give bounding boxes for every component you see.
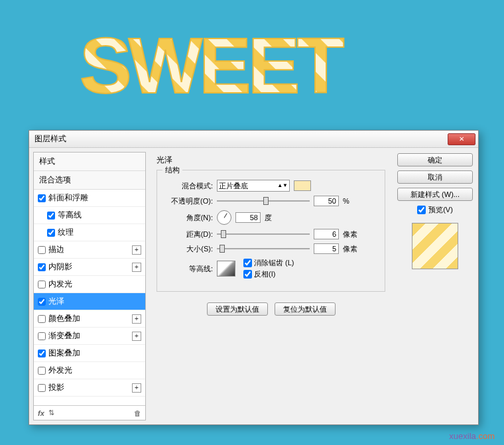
plus-icon[interactable]: + — [132, 314, 141, 324]
checkbox-color-overlay[interactable] — [38, 315, 46, 323]
checkbox-bevel[interactable] — [38, 194, 46, 202]
style-label: 光泽 — [48, 296, 64, 307]
plus-icon[interactable]: + — [132, 332, 141, 341]
set-default-button[interactable]: 设置为默认值 — [207, 302, 268, 316]
checkbox-pattern-overlay[interactable] — [38, 350, 46, 357]
candy-text-artwork: SWEET — [80, 23, 424, 109]
style-label: 斜面和浮雕 — [48, 192, 88, 204]
style-label: 外发光 — [48, 365, 72, 376]
styles-header[interactable]: 样式 — [34, 153, 145, 171]
preview-swatch — [412, 223, 458, 269]
distance-input[interactable] — [314, 229, 339, 239]
fx-icon[interactable]: fx — [38, 409, 44, 417]
angle-unit: 度 — [265, 213, 272, 223]
size-label: 大小(S): — [164, 244, 213, 254]
distance-slider[interactable] — [217, 229, 310, 239]
invert-checkbox[interactable] — [243, 270, 252, 279]
new-style-button[interactable]: 新建样式 (W)... — [397, 188, 473, 201]
close-icon: ✕ — [459, 135, 464, 143]
style-item-inner-shadow[interactable]: 内阴影 + — [34, 259, 145, 276]
style-item-gradient-overlay[interactable]: 渐变叠加 + — [34, 328, 145, 345]
action-panel: 确定 取消 新建样式 (W)... 预览(V) — [396, 152, 474, 420]
contour-picker[interactable] — [217, 261, 235, 277]
panel-title: 光泽 — [157, 155, 385, 166]
svg-text:SWEET: SWEET — [80, 23, 344, 109]
style-item-stroke[interactable]: 描边 + — [34, 241, 145, 259]
structure-group: 结构 混合模式: 正片叠底 ▲▼ 不透明度(O): % — [157, 170, 385, 292]
style-item-drop-shadow[interactable]: 投影 + — [34, 379, 145, 397]
checkbox-texture[interactable] — [47, 229, 55, 237]
color-swatch[interactable] — [294, 180, 311, 191]
watermark: xuexila.com — [449, 431, 495, 441]
size-unit: 像素 — [343, 244, 357, 254]
style-label: 纹理 — [58, 227, 74, 238]
antialias-label: 消除锯齿 (L) — [254, 258, 294, 268]
ok-button[interactable]: 确定 — [397, 153, 473, 166]
checkbox-outer-glow[interactable] — [38, 367, 46, 375]
style-label: 渐变叠加 — [48, 330, 80, 342]
titlebar: 图层样式 ✕ — [29, 131, 478, 148]
blend-mode-select[interactable]: 正片叠底 ▲▼ — [217, 180, 290, 192]
fx-arrows-icon[interactable]: ⇅ — [48, 409, 54, 417]
antialias-option[interactable]: 消除锯齿 (L) — [243, 258, 294, 268]
checkbox-stroke[interactable] — [38, 246, 46, 254]
checkbox-satin[interactable] — [38, 298, 46, 306]
blend-options-header[interactable]: 混合选项 — [34, 171, 145, 190]
style-label: 内发光 — [48, 279, 72, 290]
style-item-bevel[interactable]: 斜面和浮雕 — [34, 190, 145, 207]
checkbox-contour[interactable] — [47, 212, 55, 220]
trash-icon[interactable]: 🗑 — [134, 409, 141, 417]
opacity-slider[interactable] — [217, 196, 310, 206]
plus-icon[interactable]: + — [132, 383, 141, 393]
style-item-contour[interactable]: 等高线 — [34, 207, 145, 224]
distance-label: 距离(D): — [164, 229, 213, 239]
angle-dial[interactable] — [217, 210, 231, 225]
checkbox-gradient-overlay[interactable] — [38, 332, 46, 340]
style-item-satin[interactable]: 光泽 — [34, 293, 145, 310]
group-label: 结构 — [162, 165, 182, 175]
style-item-inner-glow[interactable]: 内发光 — [34, 276, 145, 293]
style-item-pattern-overlay[interactable]: 图案叠加 — [34, 345, 145, 362]
checkbox-drop-shadow[interactable] — [38, 384, 46, 392]
opacity-label: 不透明度(O): — [164, 196, 213, 206]
style-label: 描边 — [48, 244, 64, 255]
style-item-outer-glow[interactable]: 外发光 — [34, 362, 145, 379]
cancel-button[interactable]: 取消 — [397, 170, 473, 184]
chevron-updown-icon: ▲▼ — [277, 183, 288, 188]
layer-style-dialog: 图层样式 ✕ 样式 混合选项 斜面和浮雕 等高线 纹理 — [29, 130, 479, 425]
settings-panel: 光泽 结构 混合模式: 正片叠底 ▲▼ 不透明度(O): — [150, 152, 392, 420]
style-item-texture[interactable]: 纹理 — [34, 224, 145, 241]
style-label: 颜色叠加 — [48, 313, 80, 324]
style-label: 图案叠加 — [48, 348, 80, 359]
antialias-checkbox[interactable] — [243, 259, 252, 267]
style-item-color-overlay[interactable]: 颜色叠加 + — [34, 310, 145, 328]
preview-checkbox[interactable] — [417, 206, 426, 214]
size-input[interactable] — [314, 243, 339, 254]
close-button[interactable]: ✕ — [448, 133, 475, 145]
preview-label: 预览(V) — [428, 205, 453, 215]
blend-mode-label: 混合模式: — [164, 181, 213, 191]
style-label: 等高线 — [58, 210, 82, 221]
checkbox-inner-shadow[interactable] — [38, 263, 46, 271]
blend-mode-value: 正片叠底 — [219, 181, 248, 191]
style-label: 内阴影 — [48, 261, 72, 273]
reset-default-button[interactable]: 复位为默认值 — [275, 302, 336, 316]
contour-label: 等高线: — [164, 264, 213, 274]
plus-icon[interactable]: + — [132, 245, 141, 255]
fx-toolbar: fx ⇅ 🗑 — [34, 405, 145, 420]
styles-sidebar: 样式 混合选项 斜面和浮雕 等高线 纹理 描边 + — [33, 152, 146, 420]
checkbox-inner-glow[interactable] — [38, 281, 46, 288]
invert-label: 反相(I) — [254, 269, 275, 279]
style-label: 投影 — [48, 382, 64, 393]
opacity-unit: % — [343, 197, 349, 205]
plus-icon[interactable]: + — [132, 263, 141, 272]
opacity-input[interactable] — [314, 196, 339, 206]
distance-unit: 像素 — [343, 229, 357, 239]
preview-option[interactable]: 预览(V) — [397, 205, 473, 215]
invert-option[interactable]: 反相(I) — [243, 269, 294, 279]
dialog-title: 图层样式 — [34, 133, 448, 145]
angle-input[interactable] — [235, 212, 261, 223]
size-slider[interactable] — [217, 243, 310, 254]
angle-label: 角度(N): — [164, 213, 213, 223]
